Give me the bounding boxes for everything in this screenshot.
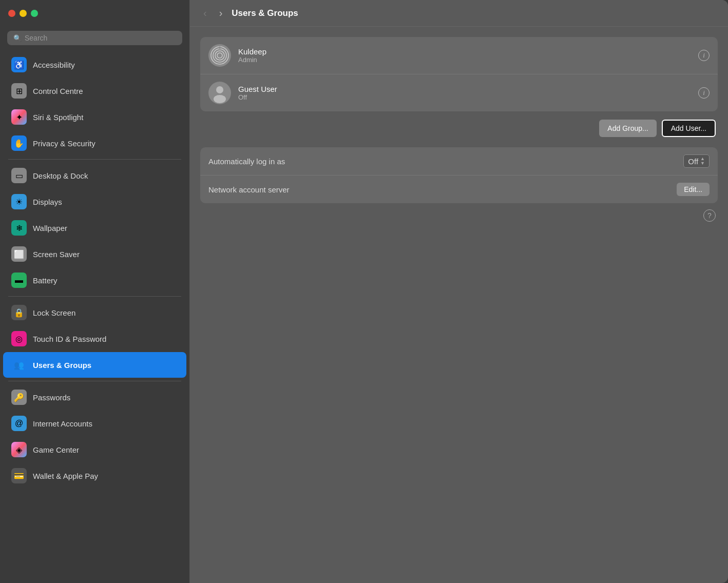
control-centre-icon: ⊞ (11, 83, 27, 99)
desktop-dock-icon: ▭ (11, 168, 27, 183)
settings-row-0: Automatically log in asOff▲▼ (200, 147, 718, 176)
settings-label-1: Network account server (208, 185, 672, 194)
user-info-0: KuldeepAdmin (238, 47, 691, 64)
help-section: ? (200, 203, 718, 222)
siri-spotlight-icon: ✦ (11, 109, 27, 125)
user-row-1: Guest UserOffi (200, 74, 718, 111)
battery-icon: ▬ (11, 273, 27, 288)
sidebar-item-desktop-dock[interactable]: ▭Desktop & Dock (3, 163, 186, 188)
users-groups-icon: 👥 (11, 357, 27, 373)
sidebar-item-wallet-apple-pay[interactable]: 💳Wallet & Apple Pay (3, 463, 186, 489)
passwords-icon: 🔑 (11, 390, 27, 405)
sidebar-item-control-centre[interactable]: ⊞Control Centre (3, 78, 186, 104)
sidebar-item-displays[interactable]: ☀Displays (3, 189, 186, 215)
edit-button-1[interactable]: Edit... (677, 183, 710, 196)
add-buttons-row: Add Group... Add User... (200, 120, 718, 137)
sidebar-item-label-battery: Battery (33, 276, 58, 285)
user-name-0: Kuldeep (238, 47, 691, 56)
content-area: KuldeepAdmini Guest UserOffi Add Group..… (190, 27, 728, 583)
sidebar-list: ♿Accessibility⊞Control Centre✦Siri & Spo… (0, 51, 189, 583)
sidebar-item-label-lock-screen: Lock Screen (33, 308, 75, 317)
sidebar-item-label-displays: Displays (33, 198, 62, 206)
svg-point-7 (216, 86, 223, 93)
settings-row-1: Network account serverEdit... (200, 176, 718, 203)
users-section: KuldeepAdmini Guest UserOffi (200, 37, 718, 111)
sidebar-item-label-wallpaper: Wallpaper (33, 224, 67, 232)
main-header: ‹ › Users & Groups (190, 0, 728, 27)
auto-login-control[interactable]: Off▲▼ (683, 154, 710, 168)
game-center-icon: ◈ (11, 442, 27, 457)
add-user-button[interactable]: Add User... (662, 120, 716, 137)
maximize-button[interactable] (31, 10, 38, 17)
sidebar-item-label-siri-spotlight: Siri & Spotlight (33, 113, 83, 122)
sidebar-item-game-center[interactable]: ◈Game Center (3, 437, 186, 462)
stepper-value: Off▲▼ (683, 154, 710, 168)
main-content: ‹ › Users & Groups KuldeepAdmini Guest U… (190, 0, 728, 583)
sidebar-item-screen-saver[interactable]: ⬜Screen Saver (3, 241, 186, 267)
user-role-0: Admin (238, 56, 691, 64)
sidebar-divider-8 (8, 296, 181, 297)
forward-button[interactable]: › (216, 6, 226, 20)
user-info-1: Guest UserOff (238, 85, 691, 101)
screen-saver-icon: ⬜ (11, 246, 27, 262)
sidebar-item-battery[interactable]: ▬Battery (3, 267, 186, 293)
user-row-0: KuldeepAdmini (200, 37, 718, 74)
back-button[interactable]: ‹ (200, 6, 210, 20)
help-button[interactable]: ? (703, 209, 716, 222)
settings-label-0: Automatically log in as (208, 157, 678, 166)
titlebar (0, 0, 189, 27)
sidebar-divider-3 (8, 159, 181, 160)
svg-point-8 (214, 95, 226, 103)
sidebar-item-label-control-centre: Control Centre (33, 87, 83, 95)
displays-icon: ☀ (11, 194, 27, 209)
wallet-apple-pay-icon: 💳 (11, 468, 27, 483)
user-info-button-1[interactable]: i (698, 87, 710, 99)
minimize-button[interactable] (20, 10, 27, 17)
close-button[interactable] (8, 10, 15, 17)
sidebar-item-internet-accounts[interactable]: @Internet Accounts (3, 411, 186, 436)
sidebar-item-label-privacy-security: Privacy & Security (33, 139, 95, 148)
sidebar-item-label-touch-id: Touch ID & Password (33, 335, 106, 343)
user-info-button-0[interactable]: i (698, 50, 710, 61)
sidebar-item-siri-spotlight[interactable]: ✦Siri & Spotlight (3, 104, 186, 130)
settings-section: Automatically log in asOff▲▼Network acco… (200, 147, 718, 203)
accessibility-icon: ♿ (11, 57, 27, 72)
sidebar-item-label-users-groups: Users & Groups (33, 361, 91, 370)
avatar-0 (208, 44, 231, 67)
stepper-text: Off (688, 157, 698, 166)
avatar-1 (208, 82, 231, 104)
search-placeholder: Search (25, 34, 47, 42)
search-icon: 🔍 (13, 34, 22, 42)
add-group-button[interactable]: Add Group... (599, 120, 656, 137)
sidebar-item-label-desktop-dock: Desktop & Dock (33, 171, 88, 180)
sidebar-item-accessibility[interactable]: ♿Accessibility (3, 52, 186, 77)
sidebar-item-privacy-security[interactable]: ✋Privacy & Security (3, 130, 186, 156)
sidebar-item-label-game-center: Game Center (33, 445, 79, 454)
stepper-arrows[interactable]: ▲▼ (700, 157, 705, 166)
wallpaper-icon: ❄ (11, 220, 27, 236)
page-title: Users & Groups (232, 8, 298, 18)
sidebar-item-label-passwords: Passwords (33, 393, 70, 402)
lock-screen-icon: 🔒 (11, 305, 27, 320)
search-bar[interactable]: 🔍 Search (7, 31, 182, 45)
privacy-security-icon: ✋ (11, 135, 27, 151)
sidebar-item-label-wallet-apple-pay: Wallet & Apple Pay (33, 472, 98, 480)
sidebar-item-label-accessibility: Accessibility (33, 61, 75, 69)
sidebar-item-touch-id[interactable]: ◎Touch ID & Password (3, 326, 186, 352)
touch-id-icon: ◎ (11, 331, 27, 346)
sidebar-item-label-screen-saver: Screen Saver (33, 250, 80, 259)
sidebar-item-wallpaper[interactable]: ❄Wallpaper (3, 215, 186, 241)
sidebar-item-label-internet-accounts: Internet Accounts (33, 419, 92, 428)
internet-accounts-icon: @ (11, 416, 27, 431)
sidebar-item-users-groups[interactable]: 👥Users & Groups (3, 352, 186, 378)
user-role-1: Off (238, 93, 691, 101)
window: 🔍 Search ♿Accessibility⊞Control Centre✦S… (0, 0, 728, 583)
sidebar-item-passwords[interactable]: 🔑Passwords (3, 384, 186, 410)
sidebar: 🔍 Search ♿Accessibility⊞Control Centre✦S… (0, 0, 190, 583)
sidebar-divider-11 (8, 381, 181, 381)
sidebar-item-lock-screen[interactable]: 🔒Lock Screen (3, 300, 186, 325)
user-name-1: Guest User (238, 85, 691, 93)
